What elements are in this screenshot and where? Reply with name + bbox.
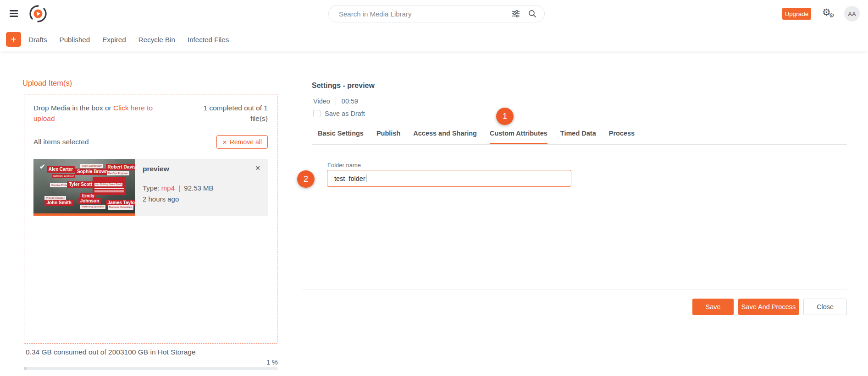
settings-tabs: Basic SettingsPublishAccess and SharingC… — [312, 130, 847, 145]
upload-panel-title: Upload Item(s) — [22, 79, 72, 87]
search-icon[interactable] — [528, 9, 537, 18]
thumbnail-label: Alex Carter — [47, 166, 75, 173]
remove-all-button[interactable]: ✕Remove all — [216, 135, 268, 149]
thumbnail-label: Robert Davis — [106, 164, 135, 170]
save-as-draft-option[interactable]: Save as Draft — [313, 110, 365, 117]
folder-name-label: Folder name — [327, 162, 361, 169]
item-size: 92.53 MB — [184, 184, 213, 192]
upload-dropzone[interactable]: Drop Media in the box or Click here to u… — [24, 94, 277, 344]
item-title: preview — [143, 165, 169, 173]
storage-percent: 1 % — [24, 359, 278, 366]
selection-status-text: All items selected — [33, 138, 89, 146]
close-button[interactable]: Close — [803, 299, 847, 315]
item-close-icon[interactable]: ✕ — [255, 165, 260, 171]
thumbnail-label: DevOps Engineer — [107, 171, 129, 176]
drop-instruction-text: Drop Media in the box or — [33, 104, 113, 112]
save-button[interactable]: Save — [692, 299, 734, 315]
app-logo-icon[interactable] — [28, 4, 48, 23]
settings-tab-basic-settings[interactable]: Basic Settings — [318, 130, 364, 144]
nav-tab-expired[interactable]: Expired — [102, 36, 126, 44]
footer-divider — [302, 289, 847, 289]
thumbnail-label: Tyler Scott — [67, 181, 94, 188]
media-duration: 00:59 — [342, 98, 358, 105]
thumbnail-label: Team Coordinator — [80, 164, 103, 169]
upgrade-button[interactable]: Upgrade — [782, 8, 811, 20]
settings-gears-icon[interactable]: ⚙⚙ — [822, 7, 836, 21]
nav-tab-drafts[interactable]: Drafts — [28, 36, 47, 44]
meta-divider — [336, 97, 336, 105]
thumbnail-label: Sophia Brown — [75, 169, 110, 175]
storage-progress-bar — [24, 367, 278, 370]
settings-tab-process[interactable]: Process — [609, 130, 635, 144]
save-as-draft-checkbox[interactable] — [313, 110, 321, 117]
text-caret — [366, 174, 367, 182]
thumbnail-label: Business Consultant — [108, 205, 133, 210]
item-age: 2 hours ago — [143, 195, 260, 203]
folder-name-input[interactable]: test_folder — [327, 170, 571, 187]
thumbnail-label: Marketing Specialist — [80, 205, 105, 209]
search-placeholder: Search in Media Library — [329, 10, 511, 18]
user-avatar[interactable]: AA — [844, 6, 860, 22]
hamburger-menu-icon[interactable] — [10, 10, 18, 18]
media-type: Video — [313, 98, 330, 105]
thumbnail-aim-box: Aim: Building Career Briefs — [93, 177, 126, 195]
selected-check-icon: ✔ — [39, 163, 45, 171]
settings-tab-timed-data[interactable]: Timed Data — [560, 130, 596, 144]
thumbnail-aim-title: Aim: Building Career Briefs — [94, 183, 123, 186]
nav-tab-infected-files[interactable]: Infected Files — [188, 36, 229, 44]
nav-tab-published[interactable]: Published — [60, 36, 90, 44]
top-bar: Search in Media Library Upgrade ⚙⚙ AA — [0, 0, 868, 27]
thumbnail-label: John Smith — [44, 200, 73, 206]
item-type-link[interactable]: mp4 — [161, 184, 175, 192]
step-badge-2: 2 — [297, 170, 315, 188]
library-nav-bar: + DraftsPublishedExpiredRecycle BinInfec… — [0, 27, 868, 51]
filter-sliders-icon[interactable] — [511, 9, 520, 18]
upload-item-info: preview ✕ Type: mp4 | 92.53 MB 2 hours a… — [135, 159, 268, 216]
nav-tab-recycle-bin[interactable]: Recycle Bin — [138, 36, 175, 44]
folder-name-value: test_folder — [334, 175, 365, 182]
save-and-process-button[interactable]: Save And Process — [738, 299, 799, 315]
thumbnail-label: Johnson — [78, 198, 101, 204]
thumbnail-progress-bar — [33, 213, 135, 216]
library-nav-tabs: DraftsPublishedExpiredRecycle BinInfecte… — [28, 32, 229, 47]
remove-x-icon: ✕ — [222, 139, 227, 146]
search-input[interactable]: Search in Media Library — [328, 5, 545, 22]
upload-progress-summary: 1 completed out of 1 file(s) — [188, 103, 268, 124]
upload-item-row: ✔ Aim: Building Career Briefs Alex Carte… — [33, 159, 268, 216]
settings-tab-custom-attributes[interactable]: Custom Attributes — [490, 130, 547, 144]
add-media-button[interactable]: + — [6, 32, 21, 47]
settings-tab-access-and-sharing[interactable]: Access and Sharing — [413, 130, 477, 144]
step-badge-1: 1 — [496, 108, 514, 125]
item-type-line: Type: mp4 | 92.53 MB — [143, 184, 260, 192]
storage-progress-fill — [24, 367, 27, 370]
video-thumbnail[interactable]: ✔ Aim: Building Career Briefs Alex Carte… — [33, 159, 135, 216]
thumbnail-label: Software Engineer — [52, 174, 75, 179]
storage-consumed-text: 0.34 GB consumed out of 2003100 GB in Ho… — [26, 348, 196, 356]
save-as-draft-label: Save as Draft — [325, 110, 365, 117]
media-library-page: Search in Media Library Upgrade ⚙⚙ AA + … — [0, 0, 868, 376]
drop-instruction: Drop Media in the box or Click here to u… — [33, 103, 171, 124]
media-meta-row: Video 00:59 — [313, 97, 358, 105]
footer-buttons: Save Save And Process Close — [302, 299, 847, 315]
settings-tab-publish[interactable]: Publish — [376, 130, 400, 144]
settings-panel-title: Settings - preview — [312, 82, 375, 90]
